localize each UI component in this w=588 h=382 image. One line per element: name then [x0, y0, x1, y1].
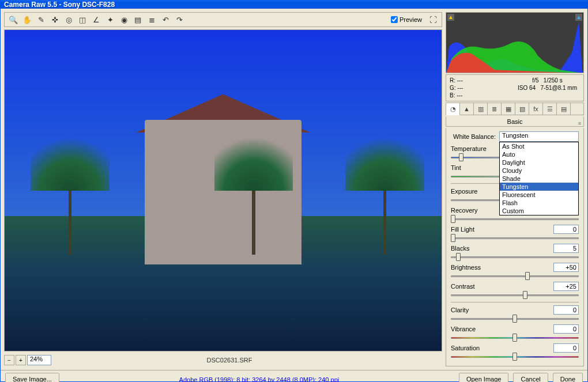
photo-preview: [5, 30, 442, 351]
body-area: 🔍 ✋ ✎ ✜ ◎ ◫ ∠ ✦ ◉ ▤ ≣ ↶ ↷ Preview ⛶: [1, 9, 587, 370]
prefs-icon[interactable]: ▤: [131, 13, 144, 26]
tab-detail-icon[interactable]: ▥: [474, 103, 488, 115]
tab-snapshots-icon[interactable]: ▤: [557, 103, 571, 115]
vibrance-slider: Vibrance 0: [451, 324, 579, 342]
preview-checkbox[interactable]: Preview: [391, 16, 422, 23]
brightness-slider: Brightness +50: [451, 263, 579, 280]
tab-curve-icon[interactable]: ▲: [460, 103, 474, 115]
toolbar: 🔍 ✋ ✎ ✜ ◎ ◫ ∠ ✦ ◉ ▤ ≣ ↶ ↷ Preview ⛶: [4, 12, 442, 27]
presets-icon[interactable]: ≣: [145, 13, 158, 26]
clarity-label: Clarity: [451, 307, 469, 313]
vibrance-label: Vibrance: [451, 326, 476, 332]
wb-option-auto[interactable]: Auto: [500, 150, 578, 158]
white-balance-select[interactable]: Tungsten: [499, 131, 579, 142]
clarity-value[interactable]: 0: [553, 305, 579, 315]
right-pane: ▲ ▲ R: --- G: --- B: --- f/5 1/250 s ISO…: [446, 12, 584, 366]
zoom-controls: − + 24%: [4, 355, 51, 365]
white-balance-row: White Balance: Tungsten As ShotAutoDayli…: [451, 131, 579, 142]
redeye-tool-icon[interactable]: ◉: [118, 13, 130, 26]
tab-camera-icon[interactable]: fx: [529, 103, 543, 115]
zoom-in-button[interactable]: +: [16, 355, 26, 365]
filllight-track[interactable]: [451, 234, 579, 242]
save-image-button[interactable]: Save Image...: [5, 373, 59, 382]
wb-option-cloudy[interactable]: Cloudy: [500, 167, 578, 175]
rotate-cw-icon[interactable]: ↷: [173, 13, 186, 26]
temperature-label: Temperature: [451, 145, 487, 152]
clarity-track[interactable]: [451, 315, 579, 323]
straighten-tool-icon[interactable]: ∠: [90, 13, 103, 26]
tab-presets-icon[interactable]: ☰: [543, 103, 557, 115]
blacks-track[interactable]: [451, 253, 579, 261]
wb-option-as-shot[interactable]: As Shot: [500, 142, 578, 150]
targeted-adjust-icon[interactable]: ◎: [62, 13, 75, 26]
saturation-track[interactable]: [451, 353, 579, 361]
bottom-bar: Save Image... Adobe RGB (1998); 8 bit; 3…: [1, 370, 587, 382]
preview-checkbox-input[interactable]: [391, 16, 398, 23]
left-pane: 🔍 ✋ ✎ ✜ ◎ ◫ ∠ ✦ ◉ ▤ ≣ ↶ ↷ Preview ⛶: [4, 12, 442, 366]
wb-option-flash[interactable]: Flash: [500, 199, 578, 207]
basic-panel: White Balance: Tungsten As ShotAutoDayli…: [446, 128, 584, 366]
zoom-level-select[interactable]: 24%: [27, 355, 51, 365]
hand-tool-icon[interactable]: ✋: [21, 13, 33, 26]
tab-basic-icon[interactable]: ◔: [446, 103, 460, 115]
image-viewport[interactable]: [4, 29, 442, 351]
meta-r: R: ---: [450, 77, 515, 84]
recovery-label: Recovery: [451, 207, 477, 214]
wb-option-fluorescent[interactable]: Fluorescent: [500, 191, 578, 199]
vibrance-value[interactable]: 0: [553, 324, 579, 334]
meta-g: G: ---: [450, 84, 515, 92]
open-image-button[interactable]: Open Image: [459, 373, 509, 382]
meta-lens: 7-51@8.1 mm: [540, 85, 577, 91]
window-title: Camera Raw 5.5 - Sony DSC-F828: [4, 1, 115, 9]
contrast-value[interactable]: +25: [553, 282, 579, 291]
preview-label: Preview: [399, 16, 422, 23]
meta-iso: ISO 64: [518, 85, 536, 91]
filename-display: DSC02631.SRF: [55, 357, 404, 364]
meta-aperture: f/5: [532, 77, 538, 84]
blacks-value[interactable]: 5: [553, 244, 579, 253]
wb-option-tungsten[interactable]: Tungsten: [500, 183, 578, 191]
crop-tool-icon[interactable]: ◫: [76, 13, 89, 26]
clarity-slider: Clarity 0: [451, 305, 579, 323]
contrast-track[interactable]: [451, 291, 579, 299]
brightness-value[interactable]: +50: [553, 263, 579, 272]
filllight-slider: Fill Light 0: [451, 225, 579, 242]
vibrance-track[interactable]: [451, 334, 579, 342]
white-balance-dropdown[interactable]: As ShotAutoDaylightCloudyShadeTungstenFl…: [499, 142, 579, 215]
cancel-button[interactable]: Cancel: [513, 373, 548, 382]
contrast-slider: Contrast +25: [451, 282, 579, 299]
wb-option-custom[interactable]: Custom: [500, 207, 578, 215]
tint-label: Tint: [451, 164, 461, 171]
wb-option-daylight[interactable]: Daylight: [500, 158, 578, 167]
tab-strip: ◔ ▲ ▥ ≣ ▦ ▧ fx ☰ ▤: [446, 103, 584, 115]
metadata-box: R: --- G: --- B: --- f/5 1/250 s ISO 64 …: [446, 74, 584, 101]
status-row: − + 24% DSC02631.SRF: [4, 354, 442, 366]
tab-split-icon[interactable]: ▦: [502, 103, 515, 115]
wb-option-shade[interactable]: Shade: [500, 175, 578, 183]
filllight-value[interactable]: 0: [553, 225, 579, 234]
retouch-tool-icon[interactable]: ✦: [104, 13, 116, 26]
exposure-label: Exposure: [451, 188, 477, 195]
panel-menu-icon[interactable]: ≡: [578, 118, 581, 128]
blacks-label: Blacks: [451, 245, 469, 252]
filllight-label: Fill Light: [451, 226, 474, 233]
workflow-options-link[interactable]: Adobe RGB (1998); 8 bit; 3264 by 2448 (8…: [179, 376, 340, 382]
brightness-track[interactable]: [451, 272, 579, 280]
color-sampler-icon[interactable]: ✜: [48, 13, 61, 26]
meta-b: B: ---: [450, 92, 515, 99]
fullscreen-icon[interactable]: ⛶: [427, 13, 439, 26]
done-button[interactable]: Done: [553, 373, 583, 382]
rotate-ccw-icon[interactable]: ↶: [159, 13, 172, 26]
zoom-out-button[interactable]: −: [4, 355, 14, 365]
saturation-value[interactable]: 0: [553, 343, 579, 353]
zoom-tool-icon[interactable]: 🔍: [7, 13, 20, 26]
histogram[interactable]: ▲ ▲: [446, 12, 584, 73]
titlebar: Camera Raw 5.5 - Sony DSC-F828: [1, 1, 587, 9]
recovery-track[interactable]: [451, 215, 579, 223]
brightness-label: Brightness: [451, 264, 481, 271]
tab-hsl-icon[interactable]: ≣: [488, 103, 502, 115]
wb-picker-icon[interactable]: ✎: [35, 13, 47, 26]
tab-lens-icon[interactable]: ▧: [515, 103, 529, 115]
blacks-slider: Blacks 5: [451, 244, 579, 261]
saturation-slider: Saturation 0: [451, 343, 579, 361]
